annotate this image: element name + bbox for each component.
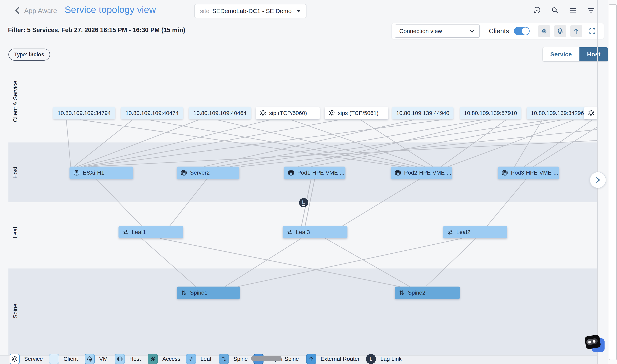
node-label: sips (TCP/5061) <box>338 110 378 116</box>
client-node-10-80-109-109-40464[interactable]: 10.80.109.109:40464 <box>189 107 251 119</box>
node-label: 10.80.109.109:40474 <box>125 110 179 116</box>
legend-label: Access <box>162 356 180 362</box>
leaf-node-leaf3[interactable]: Leaf3 <box>283 226 347 238</box>
node-label: 10.80.109.109:34794 <box>58 110 111 116</box>
service-icon <box>587 109 595 117</box>
row-label-spine: Spine <box>12 304 19 318</box>
service-icon <box>259 109 267 117</box>
service-node-sips-tcp-5061[interactable]: sips (TCP/5061) <box>325 107 388 119</box>
spine-node-spine2[interactable]: Spine2 <box>395 286 460 299</box>
service-node-partial[interactable] <box>584 107 597 119</box>
legend-item-host: Host <box>115 354 141 364</box>
legend-label: VM <box>99 356 108 362</box>
host-node-server2[interactable]: Server2 <box>177 167 239 179</box>
chevron-right-icon <box>594 177 601 183</box>
spine-icon <box>219 354 229 364</box>
legend-label: Spine <box>233 356 248 362</box>
client-node-10-80-109-139-34296[interactable]: 10.80.109.139:34296 <box>527 107 588 119</box>
leaf-icon <box>122 228 129 236</box>
legend-item-external-router: External Router <box>306 354 360 364</box>
host-node-pod2-hpe-vme[interactable]: Pod2-HPE-VME-... <box>391 167 452 179</box>
vm-icon <box>85 354 95 364</box>
client-node-10-80-109-109-34794[interactable]: 10.80.109.109:34794 <box>53 107 115 119</box>
host-icon <box>287 169 295 177</box>
node-label: Spine2 <box>408 289 425 296</box>
host-icon <box>180 169 188 177</box>
spine-icon <box>180 289 188 297</box>
spine-node-spine1[interactable]: Spine1 <box>177 286 240 299</box>
vertical-scrollbar-track <box>608 0 617 364</box>
legend-item-lag-link: LLag Link <box>366 354 402 364</box>
leaf-icon <box>286 228 293 236</box>
node-label: Leaf1 <box>132 229 146 235</box>
host-icon <box>73 169 80 177</box>
client-node-10-80-109-109-40474[interactable]: 10.80.109.109:40474 <box>121 107 183 119</box>
legend-label: Host <box>129 356 141 362</box>
client-node-10-80-109-139-44940[interactable]: 10.80.109.139:44940 <box>392 107 453 119</box>
robot-head-icon <box>584 335 601 350</box>
row-label-leaf: Leaf <box>12 227 19 238</box>
leaf-node-leaf1[interactable]: Leaf1 <box>119 226 183 238</box>
node-label: ESXi-H1 <box>83 169 104 176</box>
leaf-icon <box>446 228 454 236</box>
node-label: Pod3-HPE-VME-... <box>511 169 558 176</box>
node-label: Leaf2 <box>456 229 470 235</box>
leaf-icon <box>186 354 196 364</box>
leaf-node-leaf2[interactable]: Leaf2 <box>443 226 507 238</box>
host-node-pod3-hpe-vme[interactable]: Pod3-HPE-VME-... <box>498 167 559 179</box>
node-label: Spine1 <box>190 289 207 296</box>
legend-item-leaf: Leaf <box>186 354 211 364</box>
horizontal-scrollbar-thumb[interactable] <box>251 356 282 361</box>
host-node-pod1-hpe-vme[interactable]: Pod1-HPE-VME-... <box>284 167 345 179</box>
legend-item-access: Access <box>148 354 180 364</box>
host-icon <box>115 354 125 364</box>
host-icon <box>501 169 508 177</box>
node-label: 10.80.109.139:44940 <box>396 110 450 116</box>
service-node-sip-tcp-5060[interactable]: sip (TCP/5060) <box>256 107 320 119</box>
legend-label: External Router <box>321 356 360 362</box>
external-router-icon <box>306 354 316 364</box>
legend-label: Lag Link <box>380 356 402 362</box>
lag-link-badge[interactable]: L <box>299 198 308 207</box>
legend-bar: ServiceClientVMHostAccessLeafSpineSuper … <box>0 355 597 364</box>
access-icon <box>148 354 158 364</box>
node-label: Pod1-HPE-VME-... <box>297 169 344 176</box>
chatbot-widget[interactable] <box>585 336 607 354</box>
node-label: Server2 <box>190 169 210 176</box>
client-node-10-80-109-139-57910[interactable]: 10.80.109.139:57910 <box>460 107 521 119</box>
legend-label: Service <box>24 356 43 362</box>
row-label-host: Host <box>12 167 19 179</box>
node-label: 10.80.109.139:57910 <box>464 110 517 116</box>
host-node-esxi-h1[interactable]: ESXi-H1 <box>69 167 133 179</box>
client-swatch <box>49 354 59 364</box>
legend-item-spine: Spine <box>219 354 248 364</box>
legend-label: Leaf <box>200 356 211 362</box>
node-label: 10.80.109.109:40464 <box>193 110 247 116</box>
lag-icon: L <box>366 354 376 364</box>
expand-panel-button[interactable] <box>590 172 606 188</box>
service-icon <box>10 354 20 364</box>
legend-label: Client <box>63 356 78 362</box>
node-label: 10.80.109.139:34296 <box>531 110 584 116</box>
node-label: sip (TCP/5060) <box>269 110 307 116</box>
node-label: Pod2-HPE-VME-... <box>404 169 451 176</box>
row-label-client-service: Client & Service <box>12 81 19 122</box>
host-icon <box>394 169 402 177</box>
legend-item-service: Service <box>10 354 43 364</box>
service-icon <box>328 109 335 117</box>
legend-item-client: Client <box>49 354 78 364</box>
topology-edges <box>0 0 617 364</box>
vertical-scrollbar-thumb[interactable] <box>609 4 617 360</box>
legend-item-vm: VM <box>85 354 108 364</box>
spine-icon <box>398 289 406 297</box>
node-label: Leaf3 <box>296 229 310 235</box>
